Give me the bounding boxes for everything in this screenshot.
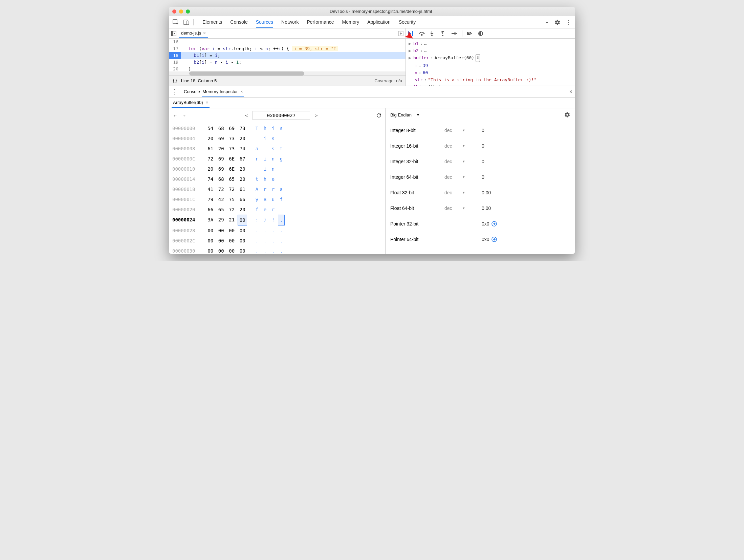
hex-ascii[interactable]: . xyxy=(270,236,277,246)
hex-ascii[interactable]: i xyxy=(270,123,277,133)
hex-byte[interactable]: 20 xyxy=(206,164,215,174)
hex-byte[interactable]: 21 xyxy=(227,215,236,225)
step-out-icon[interactable] xyxy=(440,31,446,36)
hex-row[interactable]: 0000000054686973This xyxy=(172,123,382,133)
hex-byte[interactable]: 00 xyxy=(238,246,247,254)
hex-byte[interactable]: 73 xyxy=(227,133,237,144)
hex-byte[interactable]: 74 xyxy=(238,144,247,154)
hex-ascii[interactable]: r xyxy=(270,204,277,215)
hex-ascii[interactable] xyxy=(278,204,285,215)
hex-byte[interactable]: 42 xyxy=(217,194,226,204)
tab-network[interactable]: Network xyxy=(281,17,299,28)
step-icon[interactable] xyxy=(451,31,457,36)
hex-ascii[interactable] xyxy=(278,164,285,174)
close-file-icon[interactable]: × xyxy=(203,30,206,36)
hex-ascii[interactable]: s xyxy=(270,144,277,154)
code-editor[interactable]: 16 17 for (var i = str.length; i < n; ++… xyxy=(169,39,406,71)
hex-row[interactable]: 0000002C00000000.... xyxy=(172,236,382,246)
code-line[interactable]: 17 for (var i = str.length; i < n; ++i) … xyxy=(169,45,406,52)
endianness-select[interactable]: Big Endian ▼ xyxy=(390,112,420,117)
step-over-icon[interactable] xyxy=(419,31,425,36)
hex-ascii[interactable]: n xyxy=(270,164,277,174)
hex-byte[interactable]: 20 xyxy=(206,133,215,144)
hex-byte[interactable]: 3A xyxy=(206,215,215,225)
hex-ascii[interactable]: e xyxy=(270,174,277,184)
hex-ascii[interactable]: . xyxy=(278,225,285,236)
hex-byte[interactable]: 00 xyxy=(206,225,215,236)
hex-byte[interactable]: 67 xyxy=(238,154,247,164)
scope-row[interactable]: ▶b1: … xyxy=(409,40,572,47)
hex-byte[interactable]: 00 xyxy=(217,246,226,254)
horizontal-scrollbar[interactable] xyxy=(169,71,406,76)
hex-ascii[interactable]: . xyxy=(254,236,260,246)
hex-byte[interactable]: 00 xyxy=(227,236,237,246)
hex-row[interactable]: 0000000420697320 is xyxy=(172,133,382,144)
hex-ascii[interactable]: f xyxy=(254,204,260,215)
hex-byte[interactable]: 75 xyxy=(227,194,237,204)
hex-ascii[interactable]: u xyxy=(270,194,277,204)
hex-byte[interactable]: 00 xyxy=(217,225,226,236)
jump-to-address-icon[interactable] xyxy=(491,221,497,227)
hex-ascii[interactable]: s xyxy=(270,133,277,144)
close-drawer-icon[interactable]: × xyxy=(569,89,572,95)
hex-ascii[interactable]: . xyxy=(278,246,285,254)
hex-ascii[interactable]: h xyxy=(262,174,268,184)
hex-byte[interactable]: 6E xyxy=(227,164,237,174)
hex-ascii[interactable]: s xyxy=(278,123,285,133)
hex-byte[interactable]: 61 xyxy=(238,184,247,194)
drawer-tab-memory-inspector[interactable]: Memory Inspector × xyxy=(202,87,243,97)
hex-ascii[interactable]: . xyxy=(254,246,260,254)
hex-row[interactable]: 0000001841727261Arra xyxy=(172,184,382,194)
hex-byte[interactable]: 00 xyxy=(238,236,247,246)
hex-row[interactable]: 0000001474686520the xyxy=(172,174,382,184)
hex-byte[interactable]: 65 xyxy=(227,174,237,184)
hex-byte[interactable]: 41 xyxy=(206,184,215,194)
hex-byte[interactable]: 68 xyxy=(217,174,226,184)
hex-ascii[interactable]: . xyxy=(262,225,268,236)
hex-byte[interactable]: 72 xyxy=(206,154,215,164)
value-mode-select[interactable]: dec▼ xyxy=(444,206,482,211)
memory-inspector-tab[interactable]: ArrayBuffer(60) × xyxy=(172,98,210,108)
tab-console[interactable]: Console xyxy=(230,17,247,28)
hex-byte[interactable]: 72 xyxy=(227,184,237,194)
drawer-menu-icon[interactable]: ⋮ xyxy=(172,88,178,95)
hex-ascii[interactable]: a xyxy=(254,144,260,154)
hex-ascii[interactable]: . xyxy=(270,246,277,254)
value-settings-icon[interactable] xyxy=(564,112,570,118)
hex-ascii[interactable]: . xyxy=(262,246,268,254)
hex-byte[interactable]: 54 xyxy=(206,123,215,133)
hex-ascii[interactable] xyxy=(278,174,285,184)
redo-icon[interactable]: ↷ xyxy=(181,111,187,120)
hex-ascii[interactable]: T xyxy=(254,123,260,133)
hex-byte[interactable]: 00 xyxy=(227,225,237,236)
undo-icon[interactable]: ↶ xyxy=(172,111,178,120)
hex-ascii[interactable]: r xyxy=(270,184,277,194)
navigator-toggle-icon[interactable] xyxy=(171,31,176,36)
hex-row[interactable]: 0000002800000000.... xyxy=(172,225,382,236)
more-tabs-icon[interactable]: » xyxy=(543,18,551,26)
hex-ascii[interactable] xyxy=(262,144,268,154)
hex-ascii[interactable]: e xyxy=(262,204,268,215)
hex-ascii[interactable]: g xyxy=(278,154,285,164)
hex-byte[interactable]: 20 xyxy=(217,144,226,154)
scope-row[interactable]: ▶buffer: ArrayBuffer(60) ⠿ xyxy=(409,54,572,62)
hex-row[interactable]: 000000243A292100:)!. xyxy=(172,215,382,225)
hex-byte[interactable]: 69 xyxy=(227,123,237,133)
next-page-icon[interactable]: > xyxy=(313,111,319,120)
hex-byte[interactable]: 66 xyxy=(238,194,247,204)
value-mode-select[interactable]: dec▼ xyxy=(444,190,482,195)
value-mode-select[interactable]: dec▼ xyxy=(444,128,482,133)
snippets-icon[interactable] xyxy=(398,31,403,36)
hex-byte[interactable]: 72 xyxy=(217,184,226,194)
hex-ascii[interactable]: r xyxy=(254,154,260,164)
hex-row[interactable]: 0000000861207374a st xyxy=(172,144,382,154)
tab-sources[interactable]: Sources xyxy=(256,17,273,28)
hex-ascii[interactable] xyxy=(278,133,285,144)
hex-ascii[interactable]: : xyxy=(254,215,260,225)
hex-ascii[interactable]: f xyxy=(278,194,285,204)
hex-byte[interactable]: 69 xyxy=(217,154,226,164)
hex-ascii[interactable]: a xyxy=(278,184,285,194)
step-into-icon[interactable] xyxy=(430,31,436,36)
value-mode-select[interactable]: dec▼ xyxy=(444,143,482,149)
close-mi-tab-icon[interactable]: × xyxy=(206,100,209,105)
